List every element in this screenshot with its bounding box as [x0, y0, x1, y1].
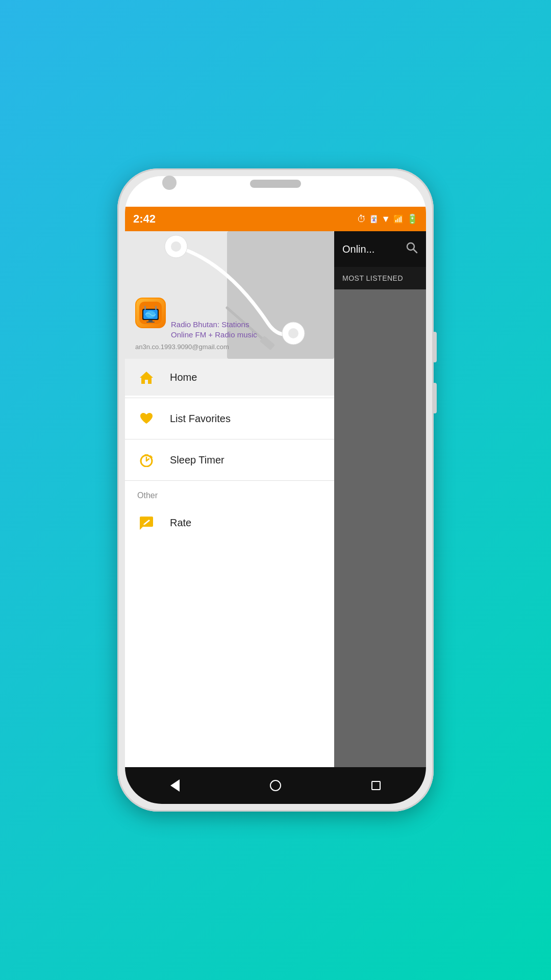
recents-icon: [371, 781, 381, 790]
svg-marker-15: [140, 372, 153, 384]
sidebar-drawer: Radio Bhutan: Stations Online FM + Radio…: [125, 231, 334, 767]
home-icon-nav: [270, 780, 281, 791]
front-camera: [162, 176, 177, 190]
recents-button[interactable]: [363, 773, 389, 798]
svg-rect-1: [227, 231, 334, 359]
app-email: an3n.co.1993.9090@gmail.com: [135, 343, 229, 351]
volume-button-down: [433, 383, 437, 413]
back-button[interactable]: [162, 773, 188, 798]
heart-icon: [137, 409, 156, 428]
status-time: 2:42: [133, 212, 156, 226]
media-icon: ⏱: [357, 214, 366, 225]
right-panel-title: Onlin...: [342, 243, 374, 255]
divider-3: [125, 480, 334, 481]
svg-rect-11: [144, 306, 146, 310]
right-panel-tab: MOST LISTENED: [334, 267, 426, 289]
nav-menu: Home List Favorites: [125, 359, 334, 767]
earphones-image: [125, 231, 334, 359]
svg-point-5: [288, 328, 298, 338]
home-button[interactable]: [263, 773, 288, 798]
svg-point-3: [171, 241, 181, 252]
svg-rect-14: [146, 322, 155, 323]
sidebar-item-rate[interactable]: Rate: [125, 504, 334, 541]
volume-button-up: [433, 332, 437, 362]
app-icon-svg: [139, 302, 162, 324]
phone-screen: 2:42 ⏱ 🃏 ▼ 📶 🔋: [125, 176, 426, 804]
svg-rect-19: [144, 454, 148, 456]
sidebar-item-home-label: Home: [170, 372, 197, 383]
speaker-top: [250, 180, 301, 188]
sim-icon: 🃏: [369, 215, 378, 223]
main-content: Radio Bhutan: Stations Online FM + Radio…: [125, 231, 426, 767]
right-panel-body: [334, 289, 426, 767]
status-bar: 2:42 ⏱ 🃏 ▼ 📶 🔋: [125, 207, 426, 231]
right-panel-header: Onlin...: [334, 231, 426, 267]
home-icon: [137, 368, 156, 386]
sidebar-item-favorites-label: List Favorites: [170, 413, 231, 425]
rate-icon: [137, 513, 156, 532]
back-icon: [170, 779, 180, 792]
other-section-label: Other: [125, 483, 334, 504]
sidebar-item-home[interactable]: Home: [125, 359, 334, 396]
sidebar-item-rate-label: Rate: [170, 517, 191, 529]
svg-rect-12: [155, 306, 157, 310]
search-icon[interactable]: [406, 241, 418, 257]
sidebar-item-sleep-timer-label: Sleep Timer: [170, 454, 224, 466]
divider-1: [125, 398, 334, 398]
sidebar-item-favorites[interactable]: List Favorites: [125, 400, 334, 437]
timer-icon: [137, 451, 156, 469]
status-icons: ⏱ 🃏 ▼ 📶 🔋: [357, 213, 418, 225]
app-icon: [135, 298, 166, 328]
screen-content: 2:42 ⏱ 🃏 ▼ 📶 🔋: [125, 207, 426, 804]
sidebar-header: Radio Bhutan: Stations Online FM + Radio…: [125, 231, 334, 359]
sidebar-item-sleep-timer[interactable]: Sleep Timer: [125, 442, 334, 478]
most-listened-label: MOST LISTENED: [342, 274, 403, 282]
svg-line-22: [414, 250, 417, 253]
bottom-nav: [125, 767, 426, 804]
app-title: Radio Bhutan: Stations Online FM + Radio…: [171, 320, 273, 339]
phone-frame: 2:42 ⏱ 🃏 ▼ 📶 🔋: [117, 168, 434, 812]
app-icon-inner: [136, 299, 165, 327]
right-panel: Onlin... MOST LISTENED: [334, 231, 426, 767]
divider-2: [125, 439, 334, 439]
signal-icon: 📶: [393, 214, 404, 224]
wifi-icon: ▼: [381, 214, 390, 225]
battery-icon: 🔋: [407, 213, 418, 225]
